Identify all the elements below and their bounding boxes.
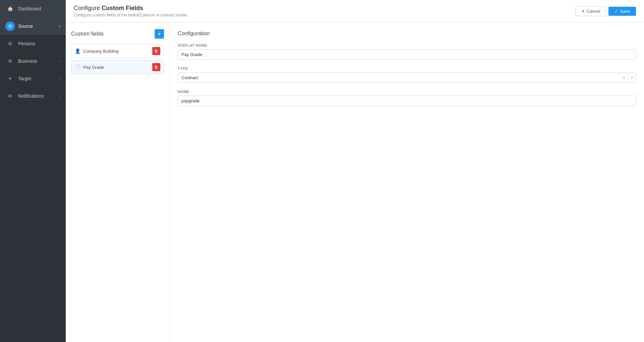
main-content: Configure Custom Fields Configure custom… [66,0,644,342]
cancel-icon: ✕ [581,9,585,14]
topbar: Configure Custom Fields Configure custom… [66,0,644,22]
panel-header: Custom fields + [71,29,164,39]
add-field-button[interactable]: + [155,29,164,39]
name-input[interactable] [178,96,636,106]
display-name-input[interactable] [178,49,636,60]
document-icon: 📄 [75,64,80,70]
display-name-group: DISPLAY NAME [178,43,636,60]
save-button[interactable]: ✓ Save [608,7,636,16]
chevron-left-icon-3: ‹ [59,94,60,98]
sidebar-item-persons[interactable]: ⚙ Persons [0,35,66,52]
field-item-left: 👤 Company Building [75,48,119,54]
sidebar-item-label: Source [18,23,33,29]
title-prefix: Configure [74,5,102,11]
field-item-company-building[interactable]: 👤 Company Building 🗑 [71,44,164,58]
source-icon: ⚙ [5,21,15,31]
field-item-left-2: 📄 Pay Grade [75,64,104,70]
topbar-actions: ✕ Cancel ✓ Save [576,6,636,16]
type-group: TYPE Contract × ▾ [178,66,636,83]
field-item-label: Company Building [83,49,119,54]
display-name-label: DISPLAY NAME [178,43,636,47]
sidebar-item-label: Persons [18,41,35,46]
sidebar-item-target[interactable]: ✦ Target ‹ [0,70,66,87]
save-label: Save [620,9,630,14]
page-title-area: Configure Custom Fields Configure custom… [74,5,187,17]
home-icon: 🏠 [5,4,15,13]
sidebar-item-dashboard[interactable]: 🏠 Dashboard [0,0,66,17]
name-group: NAME [178,90,636,106]
sidebar: 🏠 Dashboard ⚙ Source ▾ ⚙ Persons ⚙ Busin… [0,0,66,342]
custom-fields-panel: Custom fields + 👤 Company Building 🗑 [66,22,170,342]
cancel-button[interactable]: ✕ Cancel [576,6,606,16]
panel-title: Custom fields [71,31,104,37]
plus-icon: + [158,31,161,37]
target-icon: ✦ [5,74,15,83]
chevron-left-icon: ‹ [59,59,60,63]
name-label: NAME [178,90,636,94]
sidebar-item-label: Notifications [18,93,44,99]
sidebar-item-label: Target [18,76,31,81]
sidebar-item-business[interactable]: ⚙ Business ‹ [0,52,66,70]
trash-icon: 🗑 [154,49,158,53]
sidebar-item-label: Dashboard [18,6,41,11]
notifications-icon: ✉ [5,91,15,101]
title-bold: Custom Fields [102,5,143,11]
sidebar-item-source[interactable]: ⚙ Source ▾ [0,17,66,35]
field-item-label: Pay Grade [83,65,104,70]
chevron-left-icon-2: ‹ [59,77,60,81]
field-list: 👤 Company Building 🗑 📄 Pay Grade 🗑 [71,44,164,74]
cancel-label: Cancel [587,9,600,14]
delete-pay-grade-button[interactable]: 🗑 [152,63,160,71]
chevron-down-icon: ▾ [59,25,60,28]
type-label: TYPE [178,66,636,70]
content-area: Custom fields + 👤 Company Building 🗑 [66,22,644,342]
type-select[interactable]: Contract × ▾ [178,72,636,83]
config-title: Configuration [178,31,636,37]
delete-company-building-button[interactable]: 🗑 [152,47,160,55]
business-icon: ⚙ [5,56,15,66]
chevron-down-icon-select[interactable]: ▾ [628,76,636,80]
sidebar-item-notifications[interactable]: ✉ Notifications ‹ [0,87,66,105]
trash-icon-2: 🗑 [154,65,158,69]
persons-icon: ⚙ [5,39,15,48]
page-title: Configure Custom Fields [74,5,187,12]
save-icon: ✓ [614,9,618,14]
configuration-panel: Configuration DISPLAY NAME TYPE Contract… [170,22,644,342]
person-icon: 👤 [75,48,80,54]
sidebar-item-label: Business [18,58,37,64]
field-item-pay-grade[interactable]: 📄 Pay Grade 🗑 [71,60,164,74]
select-clear-icon[interactable]: × [620,75,628,81]
type-select-value: Contract [178,73,620,83]
page-subtitle: Configure custom fields of the HelloID p… [74,13,187,17]
